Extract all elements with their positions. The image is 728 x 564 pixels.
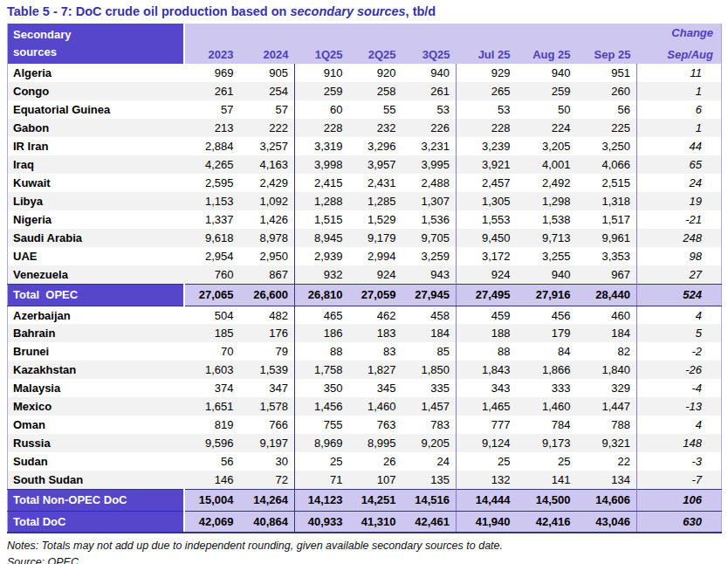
value-cell: 40,933 (295, 511, 349, 533)
change-cell: 524 (637, 284, 722, 306)
value-cell: 188 (457, 324, 517, 342)
row-label: Mexico (8, 397, 184, 416)
value-cell: 88 (457, 342, 517, 361)
value-cell: 1,092 (240, 192, 295, 210)
value-cell: 335 (402, 379, 457, 397)
value-cell: 2,954 (184, 247, 240, 265)
value-cell: 374 (184, 379, 240, 397)
table-source: Source: OPEC. (7, 554, 721, 564)
change-cell: 24 (637, 174, 722, 192)
row-header-line2: sources (13, 44, 183, 61)
value-cell: 9,173 (517, 434, 577, 452)
total-row: Total OPEC27,06526,60026,81027,05927,945… (8, 284, 722, 306)
country-row: IR Iran2,8843,2573,3193,2963,2313,2393,2… (8, 137, 722, 155)
value-cell: 459 (457, 306, 517, 324)
change-cell: 1 (637, 119, 722, 137)
value-cell: 232 (349, 119, 402, 137)
change-cell: 106 (637, 489, 722, 511)
value-cell: 1,758 (295, 361, 349, 379)
value-cell: 967 (577, 265, 637, 284)
value-cell: 940 (517, 64, 577, 82)
value-cell: 14,264 (240, 489, 295, 511)
value-cell: 176 (240, 324, 295, 342)
value-cell: 3,259 (402, 247, 457, 265)
header-spacer (184, 24, 637, 42)
value-cell: 1,529 (349, 210, 402, 229)
country-row: Mexico1,6511,5781,4561,4601,4571,4651,46… (8, 397, 722, 416)
column-header-secondary-sources: Secondary sources (8, 24, 184, 64)
value-cell: 28,440 (577, 284, 637, 306)
value-cell: 1,288 (295, 192, 349, 210)
country-row: Venezuela76086793292494392494096727 (8, 265, 722, 284)
row-label: Kazakhstan (8, 361, 184, 379)
value-cell: 26,600 (240, 284, 295, 306)
value-cell: 41,310 (349, 511, 402, 533)
change-cell: 4 (637, 416, 722, 434)
value-cell: 53 (402, 100, 457, 119)
country-row: Brunei7079888385888482-2 (8, 342, 722, 361)
value-cell: 2,492 (517, 174, 577, 192)
value-cell: 9,961 (577, 229, 637, 247)
value-cell: 259 (517, 82, 577, 100)
value-cell: 82 (577, 342, 637, 361)
value-cell: 1,539 (240, 361, 295, 379)
row-label: Total Non-OPEC DoC (8, 489, 184, 511)
change-cell: 11 (637, 64, 722, 82)
value-cell: 27,945 (402, 284, 457, 306)
value-cell: 465 (295, 306, 349, 324)
row-label: Venezuela (8, 265, 184, 284)
value-cell: 2,429 (240, 174, 295, 192)
country-row: Equatorial Guinea57576055535350566 (8, 100, 722, 119)
value-cell: 1,843 (457, 361, 517, 379)
value-cell: 1,827 (349, 361, 402, 379)
value-cell: 134 (577, 471, 637, 489)
value-cell: 3,239 (457, 137, 517, 155)
value-cell: 2,488 (402, 174, 457, 192)
change-cell: -7 (637, 471, 722, 489)
value-cell: 1,866 (517, 361, 577, 379)
value-cell: 25 (295, 452, 349, 471)
value-cell: 56 (577, 100, 637, 119)
value-cell: 85 (402, 342, 457, 361)
country-row: Nigeria1,3371,4261,5151,5291,5361,5531,5… (8, 210, 722, 229)
value-cell: 458 (402, 306, 457, 324)
value-cell: 260 (577, 82, 637, 100)
country-row: South Sudan1467271107135132141134-7 (8, 471, 722, 489)
row-label: Iraq (8, 155, 184, 174)
value-cell: 41,940 (457, 511, 517, 533)
value-cell: 56 (184, 452, 240, 471)
country-row: Iraq4,2654,1633,9983,9573,9953,9214,0014… (8, 155, 722, 174)
value-cell: 50 (517, 100, 577, 119)
row-label: Total OPEC (8, 284, 184, 306)
value-cell: 905 (240, 64, 295, 82)
change-cell: 148 (637, 434, 722, 452)
row-label: Congo (8, 82, 184, 100)
country-row: Gabon2132222282322262282242251 (8, 119, 722, 137)
value-cell: 8,969 (295, 434, 349, 452)
column-header-change: Change (637, 24, 722, 42)
value-cell: 26 (349, 452, 402, 471)
value-cell: 42,416 (517, 511, 577, 533)
value-cell: 1,603 (184, 361, 240, 379)
value-cell: 4,163 (240, 155, 295, 174)
value-cell: 1,307 (402, 192, 457, 210)
change-cell: -26 (637, 361, 722, 379)
value-cell: 60 (295, 100, 349, 119)
value-cell: 254 (240, 82, 295, 100)
column-header-1q25: 1Q25 (295, 42, 349, 64)
country-row: Oman8197667557637837777847884 (8, 416, 722, 434)
total-row: Total DoC42,06940,86440,93341,31042,4614… (8, 511, 722, 533)
row-label: Oman (8, 416, 184, 434)
value-cell: 141 (517, 471, 577, 489)
country-row: Algeria96990591092094092994095111 (8, 64, 722, 82)
value-cell: 9,124 (457, 434, 517, 452)
value-cell: 79 (240, 342, 295, 361)
row-label: South Sudan (8, 471, 184, 489)
value-cell: 482 (240, 306, 295, 324)
value-cell: 55 (349, 100, 402, 119)
value-cell: 8,995 (349, 434, 402, 452)
value-cell: 819 (184, 416, 240, 434)
value-cell: 265 (457, 82, 517, 100)
value-cell: 184 (577, 324, 637, 342)
value-cell: 1,651 (184, 397, 240, 416)
